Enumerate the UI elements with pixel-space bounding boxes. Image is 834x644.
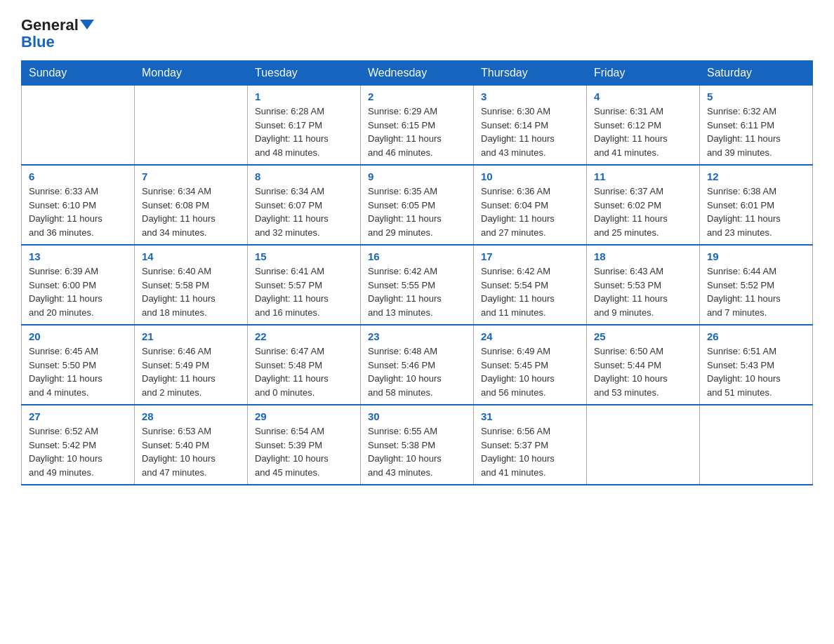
calendar-cell: 15Sunrise: 6:41 AMSunset: 5:57 PMDayligh… (248, 245, 361, 325)
weekday-header-thursday: Thursday (474, 61, 587, 86)
calendar-cell: 19Sunrise: 6:44 AMSunset: 5:52 PMDayligh… (700, 245, 813, 325)
calendar-cell: 29Sunrise: 6:54 AMSunset: 5:39 PMDayligh… (248, 405, 361, 485)
day-info: Sunrise: 6:53 AMSunset: 5:40 PMDaylight:… (142, 424, 240, 479)
page-header: General Blue (21, 17, 813, 51)
day-number: 26 (707, 330, 805, 342)
calendar-week-row: 27Sunrise: 6:52 AMSunset: 5:42 PMDayligh… (22, 405, 813, 485)
day-number: 27 (29, 410, 127, 422)
day-number: 11 (594, 170, 692, 182)
weekday-header-friday: Friday (587, 61, 700, 86)
day-info: Sunrise: 6:45 AMSunset: 5:50 PMDaylight:… (29, 344, 127, 399)
calendar-cell: 1Sunrise: 6:28 AMSunset: 6:17 PMDaylight… (248, 86, 361, 166)
calendar-cell: 25Sunrise: 6:50 AMSunset: 5:44 PMDayligh… (587, 325, 700, 405)
day-info: Sunrise: 6:41 AMSunset: 5:57 PMDaylight:… (255, 264, 353, 319)
calendar-cell: 23Sunrise: 6:48 AMSunset: 5:46 PMDayligh… (361, 325, 474, 405)
calendar-cell: 27Sunrise: 6:52 AMSunset: 5:42 PMDayligh… (22, 405, 135, 485)
calendar-cell: 22Sunrise: 6:47 AMSunset: 5:48 PMDayligh… (248, 325, 361, 405)
calendar-week-row: 13Sunrise: 6:39 AMSunset: 6:00 PMDayligh… (22, 245, 813, 325)
day-info: Sunrise: 6:56 AMSunset: 5:37 PMDaylight:… (481, 424, 579, 479)
calendar-cell: 7Sunrise: 6:34 AMSunset: 6:08 PMDaylight… (135, 165, 248, 245)
day-number: 18 (594, 250, 692, 262)
calendar-cell: 20Sunrise: 6:45 AMSunset: 5:50 PMDayligh… (22, 325, 135, 405)
calendar-cell: 26Sunrise: 6:51 AMSunset: 5:43 PMDayligh… (700, 325, 813, 405)
weekday-header-wednesday: Wednesday (361, 61, 474, 86)
day-number: 16 (368, 250, 466, 262)
calendar-cell: 8Sunrise: 6:34 AMSunset: 6:07 PMDaylight… (248, 165, 361, 245)
calendar-cell: 5Sunrise: 6:32 AMSunset: 6:11 PMDaylight… (700, 86, 813, 166)
day-info: Sunrise: 6:35 AMSunset: 6:05 PMDaylight:… (368, 185, 466, 239)
day-number: 2 (368, 90, 466, 102)
day-info: Sunrise: 6:42 AMSunset: 5:55 PMDaylight:… (368, 264, 466, 319)
day-info: Sunrise: 6:48 AMSunset: 5:46 PMDaylight:… (368, 344, 466, 399)
day-info: Sunrise: 6:38 AMSunset: 6:01 PMDaylight:… (707, 185, 805, 239)
calendar-cell: 21Sunrise: 6:46 AMSunset: 5:49 PMDayligh… (135, 325, 248, 405)
day-info: Sunrise: 6:40 AMSunset: 5:58 PMDaylight:… (142, 264, 240, 319)
calendar-cell: 4Sunrise: 6:31 AMSunset: 6:12 PMDaylight… (587, 86, 700, 166)
day-info: Sunrise: 6:51 AMSunset: 5:43 PMDaylight:… (707, 344, 805, 399)
day-info: Sunrise: 6:36 AMSunset: 6:04 PMDaylight:… (481, 185, 579, 239)
day-number: 24 (481, 330, 579, 342)
day-number: 23 (368, 330, 466, 342)
calendar-cell: 11Sunrise: 6:37 AMSunset: 6:02 PMDayligh… (587, 165, 700, 245)
day-number: 20 (29, 330, 127, 342)
weekday-header-row: SundayMondayTuesdayWednesdayThursdayFrid… (22, 61, 813, 86)
day-number: 4 (594, 90, 692, 102)
day-number: 30 (368, 410, 466, 422)
day-number: 28 (142, 410, 240, 422)
day-number: 7 (142, 170, 240, 182)
day-info: Sunrise: 6:50 AMSunset: 5:44 PMDaylight:… (594, 344, 692, 399)
day-info: Sunrise: 6:37 AMSunset: 6:02 PMDaylight:… (594, 185, 692, 239)
day-number: 31 (481, 410, 579, 422)
weekday-header-saturday: Saturday (700, 61, 813, 86)
calendar-cell: 12Sunrise: 6:38 AMSunset: 6:01 PMDayligh… (700, 165, 813, 245)
day-number: 14 (142, 250, 240, 262)
day-info: Sunrise: 6:43 AMSunset: 5:53 PMDaylight:… (594, 264, 692, 319)
calendar-cell: 2Sunrise: 6:29 AMSunset: 6:15 PMDaylight… (361, 86, 474, 166)
day-number: 15 (255, 250, 353, 262)
day-info: Sunrise: 6:28 AMSunset: 6:17 PMDaylight:… (255, 105, 353, 159)
day-info: Sunrise: 6:30 AMSunset: 6:14 PMDaylight:… (481, 105, 579, 159)
calendar-week-row: 20Sunrise: 6:45 AMSunset: 5:50 PMDayligh… (22, 325, 813, 405)
day-info: Sunrise: 6:33 AMSunset: 6:10 PMDaylight:… (29, 185, 127, 239)
day-number: 12 (707, 170, 805, 182)
day-number: 25 (594, 330, 692, 342)
day-number: 9 (368, 170, 466, 182)
day-info: Sunrise: 6:29 AMSunset: 6:15 PMDaylight:… (368, 105, 466, 159)
day-number: 3 (481, 90, 579, 102)
calendar-cell: 9Sunrise: 6:35 AMSunset: 6:05 PMDaylight… (361, 165, 474, 245)
day-number: 5 (707, 90, 805, 102)
logo-general-text: General (21, 17, 94, 34)
logo-blue-text: Blue (21, 34, 94, 51)
logo: General Blue (21, 17, 94, 51)
day-info: Sunrise: 6:34 AMSunset: 6:08 PMDaylight:… (142, 185, 240, 239)
calendar-cell: 3Sunrise: 6:30 AMSunset: 6:14 PMDaylight… (474, 86, 587, 166)
day-info: Sunrise: 6:49 AMSunset: 5:45 PMDaylight:… (481, 344, 579, 399)
calendar-cell: 16Sunrise: 6:42 AMSunset: 5:55 PMDayligh… (361, 245, 474, 325)
logo-triangle-icon (80, 20, 94, 29)
day-number: 21 (142, 330, 240, 342)
calendar-cell (22, 86, 135, 166)
day-number: 6 (29, 170, 127, 182)
day-info: Sunrise: 6:47 AMSunset: 5:48 PMDaylight:… (255, 344, 353, 399)
calendar-cell: 28Sunrise: 6:53 AMSunset: 5:40 PMDayligh… (135, 405, 248, 485)
calendar-cell: 14Sunrise: 6:40 AMSunset: 5:58 PMDayligh… (135, 245, 248, 325)
day-number: 1 (255, 90, 353, 102)
day-number: 17 (481, 250, 579, 262)
calendar-week-row: 1Sunrise: 6:28 AMSunset: 6:17 PMDaylight… (22, 86, 813, 166)
day-info: Sunrise: 6:32 AMSunset: 6:11 PMDaylight:… (707, 105, 805, 159)
day-info: Sunrise: 6:44 AMSunset: 5:52 PMDaylight:… (707, 264, 805, 319)
weekday-header-tuesday: Tuesday (248, 61, 361, 86)
calendar-cell: 6Sunrise: 6:33 AMSunset: 6:10 PMDaylight… (22, 165, 135, 245)
day-info: Sunrise: 6:34 AMSunset: 6:07 PMDaylight:… (255, 185, 353, 239)
day-number: 19 (707, 250, 805, 262)
calendar-cell (700, 405, 813, 485)
day-info: Sunrise: 6:42 AMSunset: 5:54 PMDaylight:… (481, 264, 579, 319)
day-info: Sunrise: 6:55 AMSunset: 5:38 PMDaylight:… (368, 424, 466, 479)
day-number: 22 (255, 330, 353, 342)
day-number: 13 (29, 250, 127, 262)
calendar-cell: 18Sunrise: 6:43 AMSunset: 5:53 PMDayligh… (587, 245, 700, 325)
day-info: Sunrise: 6:52 AMSunset: 5:42 PMDaylight:… (29, 424, 127, 479)
day-info: Sunrise: 6:31 AMSunset: 6:12 PMDaylight:… (594, 105, 692, 159)
weekday-header-sunday: Sunday (22, 61, 135, 86)
day-info: Sunrise: 6:39 AMSunset: 6:00 PMDaylight:… (29, 264, 127, 319)
